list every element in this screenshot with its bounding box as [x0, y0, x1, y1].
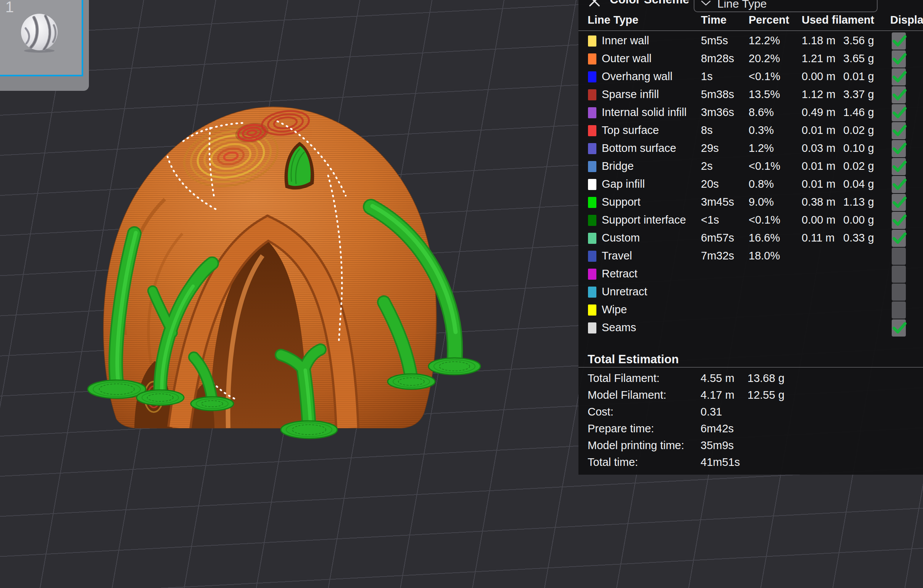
total-label: Total Filament:	[588, 372, 660, 384]
line-type-label: Support interface	[602, 214, 686, 226]
line-type-row[interactable]: Gap infill 20s 0.8% 0.01 m 0.04 g	[578, 176, 923, 194]
line-type-color-swatch	[588, 287, 596, 297]
line-type-color-swatch	[588, 179, 596, 190]
line-type-color-swatch	[588, 304, 596, 315]
plate-number-label: 1	[5, 0, 14, 16]
line-type-row[interactable]: Inner wall 5m5s 12.2% 1.18 m 3.56 g	[578, 32, 923, 50]
slicer-preview-window: 1 Color Scheme Line Type Line Type Time …	[0, 0, 923, 588]
total-row: Prepare time: 6m42s	[578, 420, 923, 437]
line-type-filament-g: 3.65 g	[843, 52, 874, 65]
display-checkbox[interactable]	[892, 319, 906, 337]
line-type-row[interactable]: Outer wall 8m28s 20.2% 1.21 m 3.65 g	[578, 50, 923, 68]
line-type-time: 5m38s	[701, 88, 734, 101]
line-type-time: 3m36s	[701, 106, 734, 119]
line-type-label: Top surface	[602, 124, 659, 136]
display-checkbox[interactable]	[892, 33, 906, 49]
line-type-filament-m: 0.38 m	[801, 196, 836, 209]
total-value-1: 6m42s	[701, 422, 734, 435]
display-checkbox[interactable]	[892, 122, 906, 139]
display-checkbox[interactable]	[892, 301, 906, 319]
line-type-percent: 9.0%	[749, 196, 774, 209]
line-type-color-swatch	[588, 125, 596, 136]
display-checkbox[interactable]	[892, 248, 906, 265]
line-type-filament-g: 1.13 g	[843, 196, 874, 209]
line-type-color-swatch	[588, 71, 596, 82]
line-type-filament-m: 0.01 m	[801, 124, 836, 136]
display-checkbox[interactable]	[892, 176, 906, 193]
total-label: Model Filament:	[588, 389, 666, 401]
line-type-time: 7m32s	[701, 250, 734, 262]
line-type-row[interactable]: Sparse infill 5m38s 13.5% 1.12 m 3.37 g	[578, 86, 923, 104]
display-checkbox[interactable]	[892, 50, 906, 67]
line-type-time: 1s	[701, 70, 713, 83]
line-type-filament-g: 0.00 g	[843, 214, 874, 226]
view-type-dropdown[interactable]: Line Type	[694, 0, 878, 12]
line-type-filament-m: 0.01 m	[801, 160, 836, 172]
line-type-label: Outer wall	[602, 52, 652, 65]
line-type-row[interactable]: Internal solid infill 3m36s 8.6% 0.49 m …	[578, 104, 923, 122]
close-icon[interactable]	[588, 0, 601, 8]
viewport-3d-model[interactable]	[38, 88, 488, 454]
line-type-row[interactable]: Support 3m45s 9.0% 0.38 m 1.13 g	[578, 194, 923, 211]
line-type-row[interactable]: Retract	[578, 265, 923, 283]
line-type-filament-g: 1.46 g	[843, 106, 874, 119]
check-icon	[891, 89, 907, 102]
line-type-row[interactable]: Bridge 2s <0.1% 0.01 m 0.02 g	[578, 158, 923, 176]
line-type-color-swatch	[588, 143, 596, 154]
display-checkbox[interactable]	[892, 194, 906, 211]
line-type-color-swatch	[588, 251, 596, 262]
display-checkbox[interactable]	[892, 284, 906, 301]
line-type-row[interactable]: Seams	[578, 319, 923, 337]
total-value-1: 35m9s	[701, 439, 734, 452]
total-value-1: 4.17 m	[701, 389, 734, 401]
line-type-label: Internal solid infill	[602, 106, 687, 119]
totals-rows: Total Filament: 4.55 m 13.68 g Model Fil…	[578, 370, 923, 471]
total-label: Cost:	[588, 406, 614, 418]
line-type-filament-m: 0.00 m	[801, 214, 836, 226]
line-type-time: 5m5s	[701, 34, 728, 47]
check-icon	[891, 233, 907, 245]
display-checkbox[interactable]	[892, 86, 906, 103]
line-type-percent: 0.8%	[749, 178, 774, 191]
line-type-label: Travel	[602, 250, 632, 262]
total-label: Prepare time:	[588, 422, 654, 435]
line-type-row[interactable]: Support interface <1s <0.1% 0.00 m 0.00 …	[578, 211, 923, 229]
line-type-percent: 16.6%	[749, 232, 780, 244]
display-checkbox[interactable]	[892, 212, 906, 229]
total-row: Model Filament: 4.17 m 12.55 g	[578, 387, 923, 404]
line-type-color-swatch	[588, 269, 596, 280]
line-type-row[interactable]: Bottom surface 29s 1.2% 0.03 m 0.10 g	[578, 140, 923, 158]
line-type-time: 2s	[701, 160, 713, 172]
line-type-filament-m: 1.21 m	[801, 52, 836, 65]
plate-thumbnail-card[interactable]: 1	[0, 0, 89, 91]
line-type-row[interactable]: Wipe	[578, 301, 923, 319]
check-icon	[891, 125, 907, 137]
line-type-filament-g: 0.01 g	[843, 70, 874, 83]
display-checkbox[interactable]	[892, 104, 906, 122]
col-header-time: Time	[701, 14, 726, 26]
line-type-row[interactable]: Unretract	[578, 283, 923, 301]
display-checkbox[interactable]	[892, 158, 906, 175]
totals-title: Total Estimation	[588, 353, 679, 366]
line-type-row[interactable]: Overhang wall 1s <0.1% 0.00 m 0.01 g	[578, 68, 923, 86]
display-checkbox[interactable]	[892, 140, 906, 157]
display-checkbox[interactable]	[892, 230, 906, 247]
line-type-row[interactable]: Travel 7m32s 18.0%	[578, 247, 923, 265]
line-type-percent: <0.1%	[749, 160, 780, 172]
col-header-percent: Percent	[749, 14, 789, 26]
line-type-row[interactable]: Custom 6m57s 16.6% 0.11 m 0.33 g	[578, 229, 923, 247]
line-type-label: Bridge	[602, 160, 634, 172]
line-type-color-swatch	[588, 233, 596, 244]
line-type-time: 20s	[701, 178, 719, 191]
line-type-label: Seams	[602, 321, 636, 334]
col-header-used-filament: Used filament	[801, 14, 874, 26]
total-value-2: 12.55 g	[747, 389, 785, 401]
legend-table-header: Line Type Time Percent Used filament Dis…	[578, 14, 923, 28]
display-checkbox[interactable]	[892, 266, 906, 283]
line-type-filament-m: 1.12 m	[801, 88, 836, 101]
display-checkbox[interactable]	[892, 68, 906, 85]
line-type-label: Unretract	[602, 286, 647, 298]
line-type-filament-m: 0.49 m	[801, 106, 836, 119]
total-value-1: 41m51s	[701, 456, 740, 468]
line-type-row[interactable]: Top surface 8s 0.3% 0.01 m 0.02 g	[578, 122, 923, 140]
